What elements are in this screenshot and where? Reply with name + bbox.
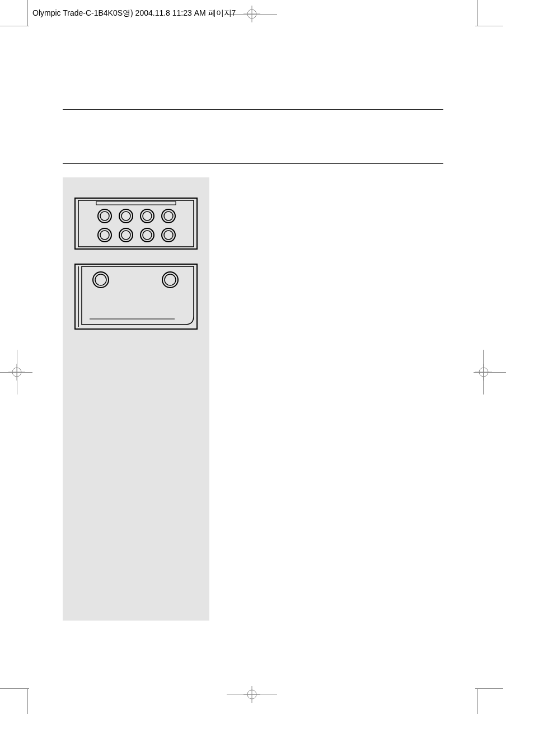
svg-rect-12	[75, 198, 197, 249]
svg-point-26	[121, 231, 130, 240]
crop-mark	[27, 0, 28, 26]
svg-point-18	[121, 212, 130, 220]
svg-rect-14	[96, 201, 176, 205]
svg-point-28	[143, 231, 152, 240]
crop-mark	[477, 688, 478, 714]
crop-mark	[27, 688, 28, 714]
document-header: Olympic Trade-C-1B4K0S영) 2004.11.8 11:23…	[32, 8, 236, 18]
svg-point-22	[164, 212, 173, 220]
svg-point-24	[100, 231, 109, 240]
crop-mark	[475, 26, 503, 26]
registration-mark-icon	[243, 6, 260, 22]
svg-point-30	[164, 231, 173, 240]
registration-mark-icon	[8, 364, 25, 381]
svg-rect-13	[78, 200, 194, 247]
svg-point-35	[95, 274, 106, 285]
device-front-view-icon	[74, 263, 198, 330]
svg-rect-31	[75, 264, 197, 329]
svg-point-16	[100, 212, 109, 220]
crop-mark	[475, 688, 503, 689]
horizontal-rule	[63, 163, 443, 164]
crop-mark	[0, 26, 29, 26]
registration-mark-icon	[475, 364, 492, 381]
svg-point-20	[143, 212, 152, 220]
crop-mark	[0, 688, 29, 689]
crop-mark	[477, 0, 478, 26]
registration-mark-icon	[243, 686, 260, 703]
svg-point-37	[165, 274, 176, 285]
horizontal-rule	[63, 109, 443, 110]
device-top-view-icon	[74, 197, 198, 250]
